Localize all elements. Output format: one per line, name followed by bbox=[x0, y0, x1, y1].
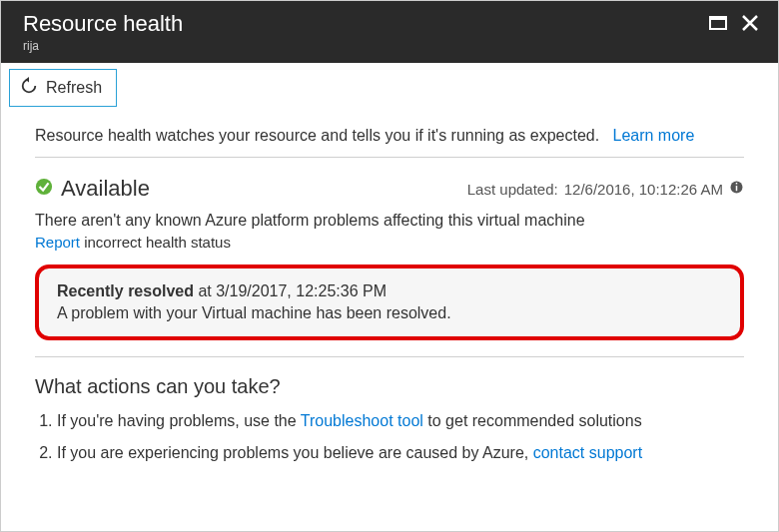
divider bbox=[35, 356, 744, 357]
report-suffix: incorrect health status bbox=[80, 234, 231, 251]
svg-rect-5 bbox=[736, 183, 738, 185]
intro-description: Resource health watches your resource an… bbox=[35, 127, 599, 144]
actions-heading: What actions can you take? bbox=[35, 375, 744, 398]
actions-list: If you're having problems, use the Troub… bbox=[35, 412, 744, 462]
action-text: If you are experiencing problems you bel… bbox=[57, 444, 533, 461]
divider bbox=[35, 157, 744, 158]
header-title-group: Resource health rija bbox=[23, 11, 183, 53]
status-label: Available bbox=[61, 176, 150, 202]
learn-more-link[interactable]: Learn more bbox=[613, 127, 695, 144]
report-link[interactable]: Report bbox=[35, 234, 80, 251]
maximize-icon[interactable] bbox=[708, 13, 728, 33]
refresh-label: Refresh bbox=[46, 79, 102, 97]
status-left: Available bbox=[35, 176, 150, 202]
status-row: Available Last updated: 12/6/2016, 10:12… bbox=[35, 176, 744, 202]
contact-support-link[interactable]: contact support bbox=[533, 444, 642, 461]
report-line: Report incorrect health status bbox=[35, 234, 744, 251]
resolved-title: Recently resolved at 3/19/2017, 12:25:36… bbox=[57, 282, 722, 300]
refresh-icon bbox=[20, 77, 38, 99]
header-controls bbox=[708, 13, 760, 33]
action-text: to get recommended solutions bbox=[423, 412, 642, 429]
svg-rect-1 bbox=[710, 17, 726, 20]
info-icon[interactable] bbox=[729, 180, 744, 198]
resolved-description: A problem with your Virtual machine has … bbox=[57, 304, 722, 322]
svg-rect-4 bbox=[736, 186, 738, 191]
close-icon[interactable] bbox=[740, 13, 760, 33]
status-available-icon bbox=[35, 178, 53, 200]
action-item: If you're having problems, use the Troub… bbox=[57, 412, 744, 430]
blade-title: Resource health bbox=[23, 11, 183, 37]
svg-point-2 bbox=[36, 179, 52, 195]
resolved-timestamp: 3/19/2017, 12:25:36 PM bbox=[216, 282, 387, 299]
status-message: There aren't any known Azure platform pr… bbox=[35, 212, 744, 230]
refresh-button[interactable]: Refresh bbox=[9, 69, 117, 107]
troubleshoot-tool-link[interactable]: Troubleshoot tool bbox=[301, 412, 423, 429]
intro-text: Resource health watches your resource an… bbox=[35, 127, 744, 145]
last-updated-prefix: Last updated: bbox=[467, 181, 558, 198]
content-area: Resource health watches your resource an… bbox=[1, 107, 778, 462]
recently-resolved-box: Recently resolved at 3/19/2017, 12:25:36… bbox=[35, 265, 744, 340]
last-updated-value: 12/6/2016, 10:12:26 AM bbox=[564, 181, 723, 198]
action-item: If you are experiencing problems you bel… bbox=[57, 444, 744, 462]
toolbar: Refresh bbox=[1, 63, 778, 107]
last-updated: Last updated: 12/6/2016, 10:12:26 AM bbox=[467, 180, 744, 198]
resolved-at-prefix: at bbox=[194, 282, 216, 299]
blade-subtitle: rija bbox=[23, 39, 183, 53]
resolved-label: Recently resolved bbox=[57, 282, 194, 299]
blade-header: Resource health rija bbox=[1, 1, 778, 63]
action-text: If you're having problems, use the bbox=[57, 412, 301, 429]
